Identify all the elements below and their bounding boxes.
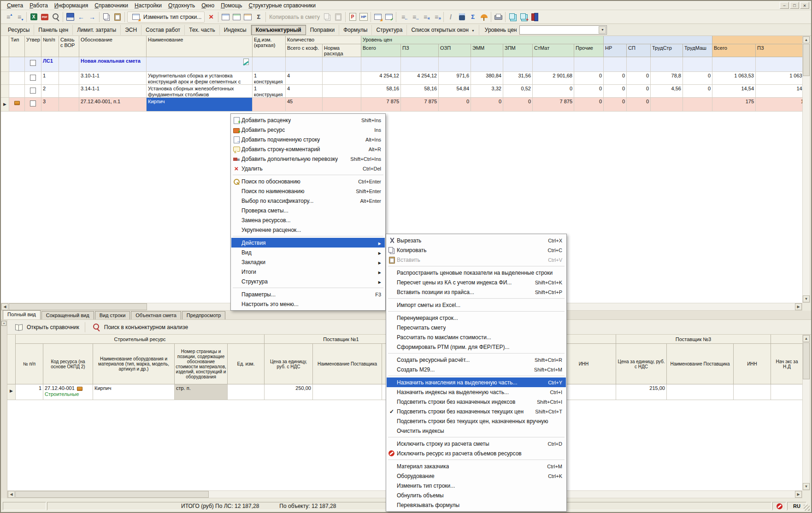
menu-item-19[interactable]: Назначить индексы на выделенную часть...… <box>387 387 566 397</box>
grid-cell-ind[interactable] <box>1 72 9 85</box>
column-header[interactable]: Наименование <box>147 36 253 57</box>
menu-item-31[interactable]: Обнулить объемы <box>387 490 566 500</box>
menu-item-11[interactable]: Пересчитать смету <box>387 323 566 332</box>
column-header[interactable]: Всего с коэф. <box>286 44 323 57</box>
grid-cell-price3[interactable]: 215,00 <box>616 384 667 400</box>
approve-checkbox[interactable] <box>30 75 36 81</box>
column-header[interactable]: СП <box>627 44 651 57</box>
grid-cell-qty_total[interactable]: 4 <box>286 85 323 98</box>
level-down-icon[interactable] <box>14 12 25 23</box>
menu-item-10[interactable]: Проверка сметы... <box>231 206 385 215</box>
column-header[interactable]: Цена за единицу, руб. с НДС <box>616 344 667 384</box>
menu-item-28[interactable]: Материал заказчикаCtrl+M <box>387 461 566 471</box>
column-header[interactable] <box>712 36 802 44</box>
save-icon[interactable] <box>65 12 76 23</box>
column-header[interactable]: Уровень цен <box>361 36 604 44</box>
grid-cell-trudstr[interactable] <box>651 98 683 112</box>
open-windows-dropdown[interactable]: Список открытых окон <box>407 25 479 35</box>
grid-cell-trudstr[interactable]: 78,8 <box>651 72 683 85</box>
column-header[interactable] <box>604 36 712 44</box>
grid-cell-total[interactable]: 58,16 <box>361 85 401 98</box>
menu-item-11[interactable]: Замена ресурсов... <box>231 215 385 225</box>
open-reference-button[interactable]: Открыть справочник <box>9 320 83 334</box>
panel-tab-1[interactable]: Панель цен <box>34 25 73 35</box>
grid-cell-emm[interactable]: 3,32 <box>471 85 503 98</box>
grid-cell-name[interactable]: Кирпич <box>93 384 175 400</box>
grid-cell-name[interactable]: Установка сборных железобетонных фундаме… <box>147 85 253 98</box>
shift-right-icon[interactable] <box>431 12 442 23</box>
grid-cell-pz[interactable]: 4 254,12 <box>401 72 439 85</box>
grid-edit-icon[interactable] <box>372 12 383 23</box>
menu-item-6[interactable]: Вставить позиции из прайса...Shift+Ctrl+… <box>387 287 566 297</box>
column-header[interactable]: Прочие <box>574 44 604 57</box>
scrollbar-thumb[interactable] <box>15 491 209 498</box>
grid-cell-ind[interactable] <box>1 57 9 72</box>
layers-plus-icon[interactable] <box>518 12 529 23</box>
umbrella-icon[interactable] <box>478 12 489 23</box>
grid-cell-total[interactable] <box>361 57 401 72</box>
grid-cell-nr[interactable]: 0 <box>604 72 627 85</box>
grid-check-icon[interactable] <box>383 12 394 23</box>
printer-icon[interactable] <box>493 12 504 23</box>
column-header[interactable]: ТрудСтр <box>651 44 683 57</box>
grid-cell-unit[interactable] <box>253 98 286 112</box>
copy-icon[interactable] <box>101 12 112 23</box>
grid-cell-ozp[interactable]: 0 <box>439 98 471 112</box>
menubar-item-1[interactable]: Работа <box>26 1 51 10</box>
column-header[interactable]: Норма расхода <box>323 44 361 57</box>
menu-item-1[interactable]: Добавить ресурсIns <box>231 125 385 135</box>
grid-cell-stmat[interactable]: 7 875 <box>533 98 574 112</box>
menu-item-30[interactable]: Изменить тип строки... <box>387 481 566 490</box>
table-row[interactable]: ЛС1Новая локальная смета <box>1 57 802 72</box>
grid-cell-vor[interactable] <box>59 72 79 85</box>
grid-cell-total_cur[interactable]: 1 063,53 <box>712 72 756 85</box>
table-green-icon[interactable] <box>231 12 242 23</box>
column-header[interactable]: Номер страницы и позиции, содержащие обо… <box>175 344 228 384</box>
menu-item-5[interactable]: УдалитьCtrl+Del <box>231 164 385 173</box>
redo-icon[interactable] <box>87 12 98 23</box>
grid-cell-total_cur[interactable]: 175 <box>712 98 756 112</box>
grid-cell-num[interactable]: 1 <box>41 72 59 85</box>
excel-icon[interactable] <box>28 12 39 23</box>
grid-cell-zpm[interactable]: 0 <box>503 98 533 112</box>
menu-item-0[interactable]: Добавить расценкуShift+Ins <box>231 115 385 125</box>
delete-icon[interactable] <box>206 12 217 23</box>
book-nr-icon[interactable] <box>358 12 369 23</box>
menu-item-9[interactable]: Выбор по классификатору...Alt+Enter <box>231 196 385 206</box>
menu-item-12[interactable]: Укрупнение расценок... <box>231 225 385 235</box>
grid-cell-unit[interactable]: 1 конструкция <box>253 85 286 98</box>
grid-cell-vor[interactable] <box>59 98 79 112</box>
grid-cell-trudmash[interactable] <box>683 57 712 72</box>
panel-tab-9[interactable]: Формулы <box>339 25 372 35</box>
grid-cell-page[interactable]: стр. п. <box>175 384 228 400</box>
grid-cell-ozp[interactable]: 54,84 <box>439 85 471 98</box>
indent-icon[interactable] <box>409 12 420 23</box>
grid-cell-pz_cur[interactable]: 1 063,53 <box>756 72 802 85</box>
panel-tab-5[interactable]: Тех. часть <box>185 25 219 35</box>
main-grid-vscrollbar[interactable] <box>802 36 810 303</box>
column-header[interactable]: Всего <box>712 44 756 57</box>
layers-icon[interactable] <box>507 12 518 23</box>
menu-item-21[interactable]: Настроить это меню... <box>231 299 385 309</box>
grid-cell-stmat[interactable] <box>533 57 574 72</box>
sum-icon[interactable] <box>467 12 478 23</box>
menubar-item-7[interactable]: Помощь <box>218 1 245 10</box>
menu-item-13[interactable]: Сформировать РТМ (прим. для ФЕР/ТЕР)... <box>387 342 566 352</box>
grid-cell-qty_norm[interactable] <box>323 85 361 98</box>
grid-cell-code[interactable]: 27.12.40-001Строительные <box>43 384 93 400</box>
column-header[interactable] <box>1 36 9 57</box>
column-header[interactable]: ИНН <box>734 344 771 384</box>
menu-item-4[interactable]: Добавить дополнительную перевозкуShift+C… <box>231 154 385 164</box>
column-header[interactable]: Наименование Поставщика <box>667 344 734 384</box>
menubar-item-8[interactable]: Структурные справочники <box>246 1 319 10</box>
shift-left-icon[interactable] <box>420 12 431 23</box>
panel-tab-8[interactable]: Поправки <box>306 25 339 35</box>
scroll-left-icon[interactable] <box>1 303 8 310</box>
resize-grip[interactable] <box>804 505 810 511</box>
column-header[interactable]: СтМат <box>533 44 574 57</box>
column-header[interactable]: ПЗ <box>756 44 802 57</box>
menu-item-15[interactable]: Вид <box>231 248 385 257</box>
grid-cell-nr[interactable]: 0 <box>604 98 627 112</box>
column-header[interactable]: Наименование Поставщика <box>313 344 382 384</box>
grid-cell-qty_total[interactable] <box>286 57 323 72</box>
